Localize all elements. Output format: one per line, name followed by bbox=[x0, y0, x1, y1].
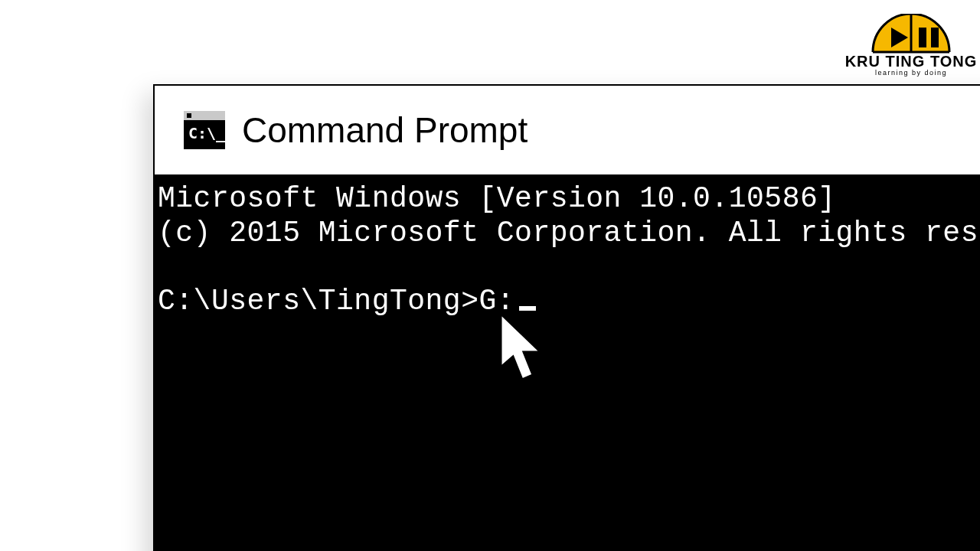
channel-logo: KRU TING TONG learning by doing bbox=[842, 14, 980, 77]
terminal-line: (c) 2015 Microsoft Corporation. All righ… bbox=[158, 217, 980, 249]
svg-rect-7 bbox=[187, 113, 191, 118]
text-cursor bbox=[519, 306, 536, 311]
terminal-command: G: bbox=[479, 285, 514, 318]
svg-text:C:\_: C:\_ bbox=[188, 124, 225, 142]
svg-rect-4 bbox=[931, 28, 939, 47]
cmd-icon: C:\_ bbox=[184, 111, 225, 149]
titlebar[interactable]: C:\_ Command Prompt bbox=[155, 86, 980, 176]
logo-graphic bbox=[865, 14, 957, 56]
window-title: Command Prompt bbox=[242, 109, 528, 151]
command-prompt-window: C:\_ Command Prompt Microsoft Windows [V… bbox=[153, 84, 980, 551]
terminal-line: Microsoft Windows [Version 10.0.10586] bbox=[158, 182, 836, 215]
terminal-output[interactable]: Microsoft Windows [Version 10.0.10586] (… bbox=[155, 176, 980, 551]
terminal-prompt: C:\Users\TingTong> bbox=[158, 285, 479, 318]
svg-rect-3 bbox=[919, 28, 926, 47]
